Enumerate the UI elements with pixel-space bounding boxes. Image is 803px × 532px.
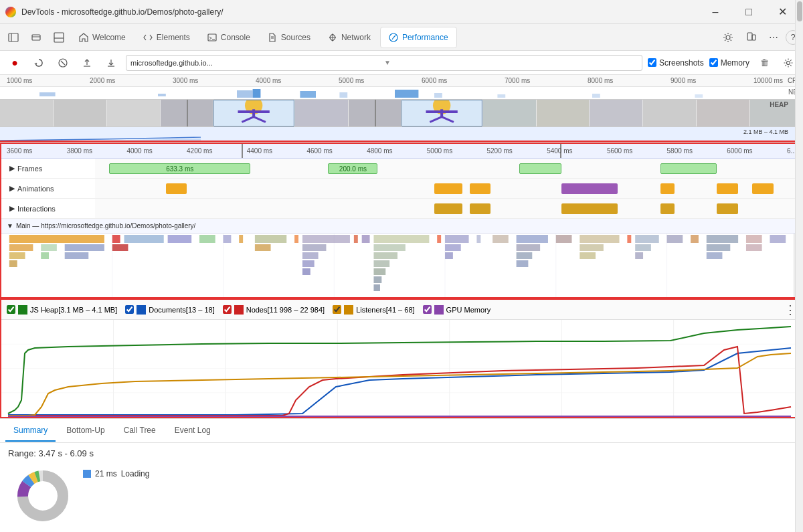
reload-button[interactable] (29, 54, 48, 72)
new-tab-group-button[interactable] (25, 27, 47, 48)
main-thread-triangle: ▼ (4, 222, 13, 230)
screenshots-checkbox-group[interactable]: Screenshots (648, 58, 704, 68)
anim-bar-1 (166, 183, 187, 194)
svg-rect-100 (579, 252, 596, 259)
tab-event-log[interactable]: Event Log (167, 420, 219, 442)
memory-checkbox[interactable] (709, 58, 718, 67)
svg-rect-71 (556, 235, 572, 243)
gpu-memory-checkbox[interactable] (423, 305, 432, 314)
js-heap-checkbox[interactable] (7, 305, 15, 314)
svg-rect-56 (168, 235, 192, 243)
screenshots-checkbox[interactable] (648, 58, 656, 67)
heap-label: HEAP (770, 101, 788, 108)
upload-icon (82, 58, 92, 68)
frames-text: Frames (17, 165, 42, 173)
animations-label[interactable]: ▶ Animations (1, 184, 95, 193)
svg-rect-74 (635, 235, 659, 243)
frames-label[interactable]: ▶ Frames (1, 164, 95, 173)
tab-console[interactable]: Console (199, 27, 258, 48)
screenshots-label: Screenshots (659, 58, 704, 68)
interact-bar-3 (561, 203, 618, 214)
tab-performance[interactable]: Performance (380, 27, 457, 48)
interactions-label[interactable]: ▶ Interactions (1, 204, 95, 213)
svg-rect-70 (517, 235, 548, 243)
download-button[interactable] (102, 54, 120, 72)
interact-bar-2 (470, 203, 491, 214)
ruler-6000: 6000 ms (422, 77, 447, 84)
maximize-button[interactable]: □ (733, 0, 764, 24)
interact-bar-5 (717, 203, 738, 214)
delete-recording-button[interactable]: 🗑 (755, 54, 774, 72)
tab-sources[interactable]: Sources (260, 27, 319, 48)
gear-icon (723, 32, 733, 43)
tab-welcome-label: Welcome (92, 33, 126, 42)
svg-point-13 (726, 35, 730, 39)
svg-rect-33 (695, 94, 703, 98)
tab-welcome[interactable]: Welcome (71, 27, 134, 48)
tab-bottom-up[interactable]: Bottom-Up (58, 420, 112, 442)
svg-rect-24 (158, 94, 166, 96)
upload-button[interactable] (78, 54, 96, 72)
svg-rect-80 (9, 244, 33, 251)
tab-summary[interactable]: Summary (5, 420, 56, 442)
bottom-panel-scrollbar[interactable] (795, 0, 803, 532)
bottom-tabs: Summary Bottom-Up Call Tree Event Log (0, 419, 803, 443)
svg-rect-88 (517, 244, 541, 251)
download-icon (106, 58, 116, 68)
close-button[interactable]: ✕ (767, 0, 798, 24)
more-tools-button[interactable]: ⋯ (763, 27, 784, 48)
memory-chart-svg (1, 320, 802, 417)
ruler-5000: 5000 ms (339, 77, 364, 84)
panel-icon (54, 32, 64, 43)
listeners-legend[interactable]: Listeners[41 – 68] (333, 305, 414, 315)
listeners-checkbox[interactable] (333, 305, 341, 314)
tab-network[interactable]: Network (320, 27, 379, 48)
panel-toggle-button[interactable] (48, 27, 70, 48)
record-button[interactable]: ● (5, 54, 24, 72)
sidebar-toggle-button[interactable] (3, 27, 24, 48)
svg-rect-94 (41, 252, 49, 259)
clear-button[interactable] (54, 54, 72, 72)
documents-legend[interactable]: Documents[13 – 18] (125, 305, 214, 315)
js-heap-legend[interactable]: JS Heap[3.1 MB – 4.1 MB] (7, 305, 117, 315)
selection-handle-left[interactable] (242, 144, 243, 158)
svg-rect-112 (137, 305, 146, 315)
memory-checkbox-group[interactable]: Memory (709, 58, 749, 68)
loading-color (83, 470, 91, 478)
gear-button[interactable] (717, 27, 739, 48)
animations-row: ▶ Animations (1, 179, 802, 199)
svg-rect-102 (707, 252, 723, 259)
svg-rect-105 (373, 260, 389, 267)
svg-rect-99 (517, 252, 533, 259)
gpu-memory-legend[interactable]: GPU Memory (423, 305, 491, 315)
tab-call-tree[interactable]: Call Tree (116, 420, 164, 442)
ruler-10000: 10000 ms (753, 77, 783, 84)
svg-rect-29 (395, 90, 418, 98)
svg-rect-65 (373, 235, 429, 243)
svg-rect-54 (112, 235, 120, 243)
nodes-legend[interactable]: Nodes[11 998 – 22 984] (223, 305, 325, 315)
documents-checkbox[interactable] (125, 305, 134, 314)
title-bar: DevTools - microsoftedge.github.io/Demos… (0, 0, 803, 24)
svg-rect-110 (373, 284, 379, 291)
sidebar-icon (8, 32, 19, 43)
svg-rect-103 (9, 260, 17, 267)
nodes-checkbox[interactable] (223, 305, 232, 314)
frame-bar-3 (519, 163, 561, 174)
tab-elements[interactable]: Elements (135, 27, 198, 48)
device-toolbar-button[interactable] (740, 27, 762, 48)
svg-rect-23 (39, 92, 56, 96)
svg-rect-78 (746, 235, 762, 243)
svg-rect-57 (199, 235, 215, 243)
anim-bar-purple (561, 183, 618, 194)
anim-bar-4 (660, 183, 675, 194)
flame-chart-svg (1, 234, 794, 297)
svg-rect-31 (497, 94, 505, 98)
minimize-button[interactable]: – (700, 0, 731, 24)
frames-content: 633.3 ms 200.0 ms (95, 159, 802, 178)
svg-rect-91 (707, 244, 731, 251)
svg-rect-68 (476, 235, 480, 243)
selection-handle-right[interactable] (560, 144, 561, 158)
svg-rect-75 (667, 235, 683, 243)
url-bar: microsoftedge.github.io... ▼ (126, 55, 642, 71)
